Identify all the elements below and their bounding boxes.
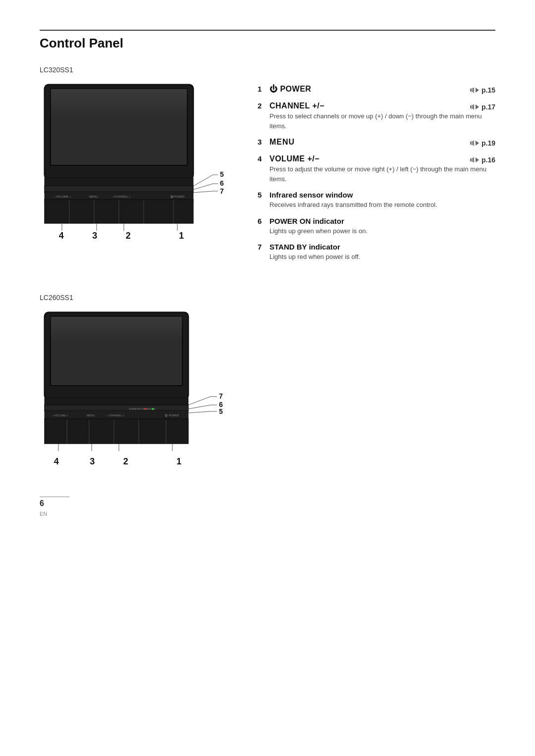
bottom-label-4-260: 4: [54, 456, 59, 467]
desc-title-3: MENU: [269, 138, 295, 147]
desc-num-3: 3: [258, 138, 266, 146]
svg-rect-33: [45, 405, 188, 411]
footer-lang: EN: [40, 511, 47, 517]
desc-item-1: 1 ⏻ POWER p.15: [258, 85, 495, 95]
svg-text:7: 7: [219, 392, 223, 400]
tv-svg-260: STAND·BY POWER·ON – VOLUME + MENU – CHAN…: [40, 307, 228, 461]
svg-text:⏻ POWER: ⏻ POWER: [165, 414, 179, 417]
footer: 6: [40, 497, 69, 508]
bottom-label-1-260: 1: [176, 456, 181, 467]
desc-page-1: p.15: [470, 86, 495, 94]
tv-svg-320: – VOLUME + MENU – CHANNEL + ⏻POWER: [40, 80, 228, 233]
desc-num-2: 2: [258, 101, 266, 110]
svg-line-52: [188, 411, 211, 413]
svg-text:6: 6: [220, 179, 224, 187]
desc-num-5: 5: [258, 191, 266, 199]
svg-point-35: [144, 408, 146, 410]
tv-diagram-260: STAND·BY POWER·ON – VOLUME + MENU – CHAN…: [40, 307, 238, 467]
desc-page-4: p.16: [470, 156, 495, 164]
bottom-label-3-260: 3: [90, 456, 95, 467]
desc-text-6: Lights up green when power is on.: [258, 226, 495, 236]
svg-text:– CHANNEL +: – CHANNEL +: [111, 195, 131, 198]
page-header: Control Panel: [40, 30, 495, 51]
desc-num-6: 6: [258, 217, 266, 225]
desc-item-3: 3 MENU p.19: [258, 138, 495, 148]
bottom-label-1: 1: [179, 231, 184, 241]
section-lc260ss1: LC260SS1: [40, 294, 495, 467]
desc-num-4: 4: [258, 154, 266, 163]
tv-diagram-320: – VOLUME + MENU – CHANNEL + ⏻POWER: [40, 80, 238, 241]
desc-text-2: Press to select channels or move up (+) …: [258, 111, 495, 131]
desc-text-7: Lights up red when power is off.: [258, 252, 495, 262]
desc-text-5: Receives infrared rays transmitted from …: [258, 200, 495, 210]
svg-text:– CHANNEL +: – CHANNEL +: [107, 414, 124, 417]
svg-point-36: [152, 408, 154, 410]
svg-line-48: [188, 397, 211, 405]
svg-text:5: 5: [219, 407, 223, 415]
section-lc320ss1: LC320SS1: [40, 66, 495, 269]
svg-rect-42: [45, 419, 188, 444]
desc-title-2: CHANNEL +/−: [269, 101, 324, 110]
desc-title-6: POWER ON indicator: [269, 217, 344, 225]
desc-item-2: 2 CHANNEL +/− p.17 Press to select chann…: [258, 101, 495, 131]
page-title: Control Panel: [40, 36, 123, 50]
svg-rect-2: [51, 89, 187, 118]
desc-item-6: 6 POWER ON indicator Lights up green whe…: [258, 217, 495, 236]
svg-text:STAND·BY  POWER·ON: STAND·BY POWER·ON: [129, 407, 156, 410]
bottom-label-2-260: 2: [123, 456, 128, 467]
desc-text-4: Press to adjust the volume or move right…: [258, 164, 495, 184]
desc-title-5: Infrared sensor window: [269, 191, 353, 199]
svg-text:5: 5: [220, 170, 224, 178]
footer-number: 6: [40, 499, 44, 508]
desc-num-7: 7: [258, 243, 266, 251]
desc-page-3: p.19: [470, 139, 495, 147]
svg-line-20: [193, 191, 213, 193]
svg-text:– VOLUME +: – VOLUME +: [52, 414, 68, 417]
model-label-260: LC260SS1: [40, 294, 495, 302]
desc-title-1: ⏻ POWER: [269, 85, 311, 94]
desc-item-4: 4 VOLUME +/− p.16 Press to adjust the vo…: [258, 154, 495, 184]
descriptions-320: 1 ⏻ POWER p.15: [258, 80, 495, 269]
desc-title-7: STAND BY indicator: [269, 243, 340, 251]
svg-text:MENU: MENU: [87, 414, 95, 417]
desc-item-5: 5 Infrared sensor window Receives infrar…: [258, 191, 495, 210]
bottom-label-3: 3: [92, 231, 97, 241]
svg-text:⏻POWER: ⏻POWER: [170, 195, 185, 198]
bottom-label-4: 4: [59, 231, 64, 241]
svg-text:– VOLUME +: – VOLUME +: [54, 195, 71, 198]
desc-item-7: 7 STAND BY indicator Lights up red when …: [258, 243, 495, 262]
desc-title-4: VOLUME +/−: [269, 154, 320, 163]
svg-rect-31: [51, 316, 182, 341]
bottom-label-2: 2: [126, 231, 131, 241]
desc-num-1: 1: [258, 85, 266, 93]
desc-page-2: p.17: [470, 103, 495, 111]
svg-line-50: [188, 405, 211, 409]
svg-text:7: 7: [220, 187, 224, 195]
model-label-320: LC320SS1: [40, 66, 495, 74]
svg-text:MENU: MENU: [89, 195, 98, 198]
